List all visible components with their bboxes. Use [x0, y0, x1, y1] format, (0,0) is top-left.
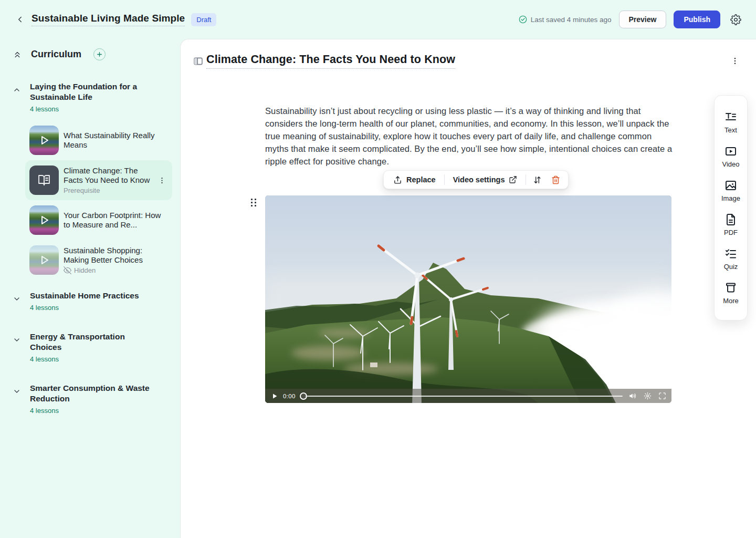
- video-player[interactable]: 0:00: [265, 195, 671, 403]
- panel-left-icon: [193, 56, 204, 67]
- curriculum-sidebar: Curriculum Laying the Foundation for a S…: [0, 39, 180, 538]
- curriculum-header: Curriculum: [13, 48, 172, 60]
- upload-icon: [393, 175, 402, 184]
- toggle-sidebar-button[interactable]: [191, 54, 205, 68]
- sort-arrows-icon: [533, 175, 542, 184]
- toolbar-divider: [526, 174, 526, 185]
- section-header-1[interactable]: Laying the Foundation for a Sustainable …: [13, 78, 172, 116]
- status-badge: Draft: [191, 13, 216, 26]
- curriculum-section: Laying the Foundation for a Sustainable …: [13, 78, 172, 280]
- play-icon: [271, 393, 278, 399]
- replace-video-button[interactable]: Replace: [387, 172, 442, 188]
- insert-text-button[interactable]: Text: [724, 111, 737, 134]
- chevrons-up-icon: [13, 50, 22, 59]
- trash-icon: [551, 175, 560, 184]
- course-title[interactable]: Sustainable Living Made Simple: [32, 13, 185, 26]
- volume-icon: [629, 392, 637, 400]
- volume-button[interactable]: [628, 391, 638, 401]
- lesson-list: What Sustainability Really Means Climate…: [25, 120, 172, 280]
- section-title: Sustainable Home Practices: [30, 291, 156, 301]
- block-drag-handle[interactable]: [251, 199, 258, 208]
- lesson-item-2-selected[interactable]: Climate Change: The Facts You Need to Kn…: [25, 160, 172, 200]
- settings-button[interactable]: [728, 12, 743, 27]
- section-lesson-count: 4 lessons: [30, 407, 156, 415]
- insert-block-panel: Text Video Image PDF Quiz More: [714, 95, 748, 320]
- publish-button[interactable]: Publish: [674, 11, 720, 28]
- section-header-2[interactable]: Sustainable Home Practices 4 lessons: [13, 287, 172, 315]
- video-frame-wind-turbines: [265, 195, 671, 403]
- toolbar-divider: [444, 174, 445, 185]
- curriculum-title: Curriculum: [31, 49, 81, 60]
- pdf-file-icon: [724, 213, 737, 226]
- lesson-title: Climate Change: The Facts You Need to Kn…: [64, 166, 151, 185]
- image-icon: [724, 179, 737, 192]
- seek-knob[interactable]: [300, 392, 307, 400]
- fullscreen-icon: [658, 392, 666, 400]
- section-title: Smarter Consumption & Waste Reduction: [30, 383, 156, 404]
- section-lesson-count: 4 lessons: [30, 355, 156, 363]
- gear-icon: [730, 14, 741, 25]
- chevron-down-icon[interactable]: [13, 387, 21, 396]
- lesson-item-4-hidden[interactable]: Sustainable Shopping: Making Better Choi…: [25, 240, 172, 280]
- insert-quiz-button[interactable]: Quiz: [724, 247, 738, 271]
- insert-video-button[interactable]: Video: [722, 145, 739, 168]
- player-right-controls: [628, 391, 667, 401]
- player-settings-button[interactable]: [643, 391, 653, 401]
- back-button[interactable]: [13, 12, 27, 27]
- eye-off-icon: [64, 266, 71, 274]
- seek-rail: [305, 396, 623, 397]
- lesson-title: Sustainable Shopping: Making Better Choi…: [64, 246, 168, 265]
- fullscreen-button[interactable]: [657, 391, 667, 401]
- insert-more-button[interactable]: More: [723, 282, 739, 305]
- lesson-item-1[interactable]: What Sustainability Really Means: [25, 120, 172, 160]
- section-title: Laying the Foundation for a Sustainable …: [30, 81, 156, 102]
- lesson-meta-prerequisite: Prerequisite: [64, 187, 151, 194]
- video-settings-button[interactable]: Video settings: [447, 172, 524, 187]
- kebab-menu-icon: [158, 177, 166, 184]
- section-lesson-count: 4 lessons: [30, 105, 156, 113]
- chevron-up-icon[interactable]: [13, 86, 21, 94]
- lesson-title: Your Carbon Footprint: How to Measure an…: [64, 211, 168, 230]
- save-status-text: Last saved 4 minutes ago: [531, 16, 612, 24]
- lesson-options-button[interactable]: [156, 174, 168, 187]
- gear-icon: [644, 392, 652, 400]
- play-icon: [37, 253, 51, 267]
- video-controls-bar: 0:00: [265, 389, 671, 403]
- lesson-options-button[interactable]: [729, 55, 741, 67]
- lesson-title: What Sustainability Really Means: [64, 131, 168, 150]
- chevron-down-icon[interactable]: [13, 336, 21, 344]
- chevron-down-icon[interactable]: [13, 295, 21, 303]
- section-header-3[interactable]: Energy & Transportation Choices 4 lesson…: [13, 328, 172, 366]
- play-button[interactable]: [269, 392, 280, 400]
- topbar-actions: Last saved 4 minutes ago Preview Publish: [519, 11, 743, 28]
- play-icon: [37, 133, 51, 147]
- collapse-all-button[interactable]: [13, 50, 22, 59]
- lesson-intro-text[interactable]: Sustainability isn’t just about recyclin…: [265, 105, 673, 168]
- external-link-icon: [509, 175, 517, 184]
- topbar: Sustainable Living Made Simple Draft Las…: [0, 0, 756, 39]
- video-thumbnail: [29, 126, 59, 155]
- insert-image-button[interactable]: Image: [721, 179, 740, 202]
- current-time: 0:00: [283, 393, 296, 399]
- video-thumbnail-dimmed: [29, 245, 59, 275]
- lesson-item-3[interactable]: Your Carbon Footprint: How to Measure an…: [25, 200, 172, 240]
- section-title: Energy & Transportation Choices: [30, 332, 156, 353]
- preview-button[interactable]: Preview: [619, 11, 667, 28]
- check-circle-icon: [519, 15, 527, 24]
- insert-pdf-button[interactable]: PDF: [724, 213, 738, 236]
- move-block-button[interactable]: [528, 172, 547, 188]
- save-status: Last saved 4 minutes ago: [519, 15, 612, 24]
- seek-bar[interactable]: [300, 392, 623, 400]
- curriculum-section: Smarter Consumption & Waste Reduction 4 …: [13, 380, 172, 418]
- section-lesson-count: 4 lessons: [30, 304, 156, 312]
- section-header-4[interactable]: Smarter Consumption & Waste Reduction 4 …: [13, 380, 172, 418]
- reading-lesson-tile: [29, 165, 59, 195]
- more-blocks-icon: [724, 282, 737, 294]
- book-open-icon: [38, 174, 50, 187]
- add-section-button[interactable]: [93, 48, 106, 60]
- quiz-checklist-icon: [724, 247, 737, 260]
- play-icon: [37, 213, 51, 227]
- lesson-page-title[interactable]: Climate Change: The Facts You Need to Kn…: [206, 53, 455, 69]
- delete-block-button[interactable]: [547, 172, 565, 188]
- curriculum-section: Energy & Transportation Choices 4 lesson…: [13, 328, 172, 366]
